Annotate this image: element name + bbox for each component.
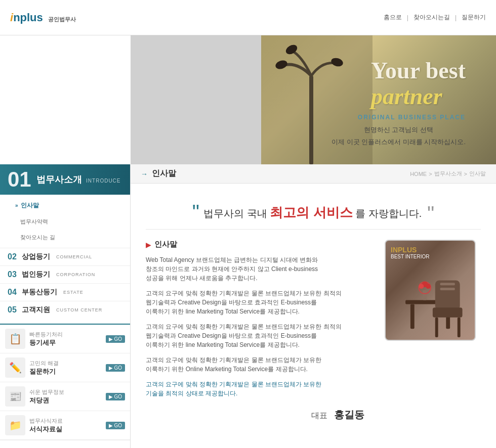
quick-icon-forms: 📁 <box>5 415 25 435</box>
content-heading-text: 인사말 <box>154 240 177 249</box>
go-button-1[interactable]: ▶ GO <box>106 335 125 343</box>
quick-title: 빠른등기처리 <box>29 331 102 338</box>
banner-desc-line2: 이제 이곳 인플러스에서 미래를 시작하십시오. <box>332 136 466 148</box>
category-num: 04 <box>8 288 18 297</box>
section-title-english: INTRODUCE <box>86 178 120 184</box>
breadcrumb-home[interactable]: HOME <box>410 171 427 177</box>
breadcrumb-parent[interactable]: 법무사소개 <box>434 170 462 177</box>
category-num: 02 <box>8 252 18 261</box>
logo[interactable]: inplus 공인법무사 <box>10 11 76 24</box>
quick-name: 등기세무 <box>29 338 102 347</box>
content-paragraph-4: 고객의 요구에 맞춰 정확한 기획개발은 물론 브랜드업체가 보유한이룩하기 위… <box>146 355 375 374</box>
sidebar: 01 법무사소개 INTRODUCE » 인사말 법무사약력 찾아오시는 길 0… <box>0 164 131 448</box>
main-wrapper: 01 법무사소개 INTRODUCE » 인사말 법무사약력 찾아오시는 길 0… <box>0 164 496 448</box>
nav-separator-1: | <box>407 14 408 21</box>
menu-arrow-icon: » <box>15 203 18 208</box>
section-number: 01 <box>8 169 31 190</box>
quick-text-area: 쉬운 법무정보 저당권 <box>29 388 102 405</box>
header: inplus 공인법무사 홈으로 | 찾아오시는길 | 질문하기 <box>0 0 496 35</box>
logo-rest: nplus <box>13 11 43 24</box>
menu-item-label: 법무사약력 <box>20 218 48 226</box>
quick-text-area: 빠른등기처리 등기세무 <box>29 331 102 347</box>
signature: 대표 홍길동 <box>146 408 375 422</box>
category-item-estate[interactable]: 04 부동산등기 ESTATE <box>0 283 130 301</box>
quick-item-question[interactable]: ✏️ 고민의 해결 질문하기 ▶ GO <box>0 353 130 382</box>
banner-main-text: Your bestpartner <box>371 58 466 109</box>
go-button-4[interactable]: ▶ GO <box>106 422 125 429</box>
category-num: 03 <box>8 270 18 279</box>
banner-partner: partner <box>371 83 442 109</box>
quote-right-mark: " <box>427 202 434 225</box>
content-paragraph-3: 고객의 요구에 맞춰 정확한 기획개발은 물론 브랜드업체가 보유한 최적의웹기… <box>146 322 375 349</box>
quote-prefix: 법무사의 국내 <box>203 208 270 219</box>
category-name-kr: 고객지원 <box>22 305 50 315</box>
go-button-2[interactable]: ▶ GO <box>106 364 125 372</box>
quick-item-mortgage[interactable]: 📰 쉬운 법무정보 저당권 ▶ GO <box>0 382 130 411</box>
svg-rect-14 <box>423 290 427 300</box>
banner-subtitle: ORIGINAL BUSINESS PLACE <box>358 114 466 121</box>
logo-subtitle: 공인법무사 <box>48 16 76 22</box>
quick-name: 질문하기 <box>29 367 102 376</box>
main-content: → 인사말 HOME > 법무사소개 > 인사말 " 법무사의 국내 최고의 서… <box>131 164 496 448</box>
category-name-kr: 부동산등기 <box>22 288 57 297</box>
sidebar-item-location[interactable]: 찾아오시는 길 <box>0 230 130 245</box>
category-name-kr: 법인등기 <box>22 270 50 279</box>
nav-home[interactable]: 홈으로 <box>384 13 402 22</box>
category-list: 02 상업등기 COMMERCIAL 03 법인등기 CORPORATION 0… <box>0 248 130 319</box>
interior-image: INPLUS BEST INTERIOR <box>385 240 476 341</box>
quick-title: 법무사식자료 <box>29 417 102 425</box>
category-name-en: CORPORATION <box>56 272 95 277</box>
signature-title: 대표 <box>311 411 327 420</box>
quick-item-registration[interactable]: 📋 빠른등기처리 등기세무 ▶ GO <box>0 325 130 353</box>
top-banner: Your bestpartner ORIGINAL BUSINESS PLACE… <box>261 35 496 164</box>
sidebar-submenu: » 인사말 법무사약력 찾아오시는 길 <box>0 195 130 248</box>
svg-rect-13 <box>458 318 461 337</box>
page-title: 인사말 <box>152 168 176 179</box>
svg-rect-12 <box>435 318 438 337</box>
svg-rect-9 <box>440 283 455 285</box>
quick-name: 저당권 <box>29 396 102 405</box>
page-arrow-icon: → <box>141 170 148 178</box>
nav-directions[interactable]: 찾아오시는길 <box>414 13 450 22</box>
quote-section: " 법무사의 국내 최고의 서비스 를 자랑합니다. " <box>146 194 481 230</box>
svg-rect-10 <box>440 288 455 290</box>
quick-text-area: 고민의 해결 질문하기 <box>29 360 102 376</box>
quick-title: 쉬운 법무정보 <box>29 388 102 396</box>
breadcrumb-bar: → 인사말 HOME > 법무사소개 > 인사말 <box>131 164 496 184</box>
banner-description: 현명하신 고객님의 선택 이제 이곳 인플러스에서 미래를 시작하십시오. <box>332 124 466 148</box>
section-header: 01 법무사소개 INTRODUCE <box>0 164 130 195</box>
text-content: ▶ 인사말 Web Total Agency 브랜드업체는 급변하는 디지털 시… <box>146 240 375 422</box>
quote-left-mark: " <box>192 201 199 223</box>
nav-contact[interactable]: 질문하기 <box>462 13 486 22</box>
quick-text-area: 법무사식자료 서식자료실 <box>29 417 102 434</box>
quote-text: 법무사의 국내 최고의 서비스 를 자랑합니다. <box>203 208 425 219</box>
svg-point-17 <box>419 284 424 289</box>
banner-desc-line1: 현명하신 고객님의 선택 <box>332 124 466 136</box>
breadcrumb-current: 인사말 <box>469 170 486 177</box>
quote-suffix: 를 자랑합니다. <box>355 208 422 219</box>
sidebar-item-profile[interactable]: 법무사약력 <box>0 214 130 230</box>
menu-item-label: 찾아오시는 길 <box>20 234 55 241</box>
quick-icon-mortgage: 📰 <box>5 386 25 407</box>
section-title-korean: 법무사소개 <box>36 174 82 185</box>
svg-rect-6 <box>410 304 415 329</box>
sidebar-item-greeting[interactable]: » 인사말 <box>0 197 130 214</box>
content-image-area: INPLUS BEST INTERIOR <box>385 240 481 422</box>
quick-links: 📋 빠른등기처리 등기세무 ▶ GO ✏️ 고민의 해결 질문하기 ▶ GO 📰… <box>0 324 130 440</box>
category-name-en: ESTATE <box>63 290 84 295</box>
content-paragraph-2: 고객의 요구에 맞춰 정확한 기획개발은 물론 브랜드업체가 보유한 최적의웹기… <box>146 289 375 316</box>
quick-item-forms[interactable]: 📁 법무사식자료 서식자료실 ▶ GO <box>0 411 130 440</box>
content-section: ▶ 인사말 Web Total Agency 브랜드업체는 급변하는 디지털 시… <box>146 240 481 422</box>
go-button-3[interactable]: ▶ GO <box>106 393 125 400</box>
breadcrumb-sep1: > <box>429 171 432 177</box>
quick-name: 서식자료실 <box>29 425 102 434</box>
category-item-commercial[interactable]: 02 상업등기 COMMERCIAL <box>0 248 130 265</box>
category-item-support[interactable]: 05 고객지원 CUSTOM CENTER <box>0 301 130 319</box>
menu-item-label: 인사말 <box>21 201 39 210</box>
content-paragraph-1: Web Total Agency 브랜드업체는 급변하는 디지털 시대에 변화와… <box>146 255 375 283</box>
content-link[interactable]: 고객의 요구에 맞춰 정확한 기획개발은 물론 브랜드업체가 보유한기술을 최적… <box>146 380 375 398</box>
quick-icon-question: ✏️ <box>5 357 25 378</box>
category-name-en: COMMERCIAL <box>56 254 92 259</box>
quick-icon-registration: 📋 <box>5 329 25 349</box>
category-item-corporation[interactable]: 03 법인등기 CORPORATION <box>0 265 130 283</box>
